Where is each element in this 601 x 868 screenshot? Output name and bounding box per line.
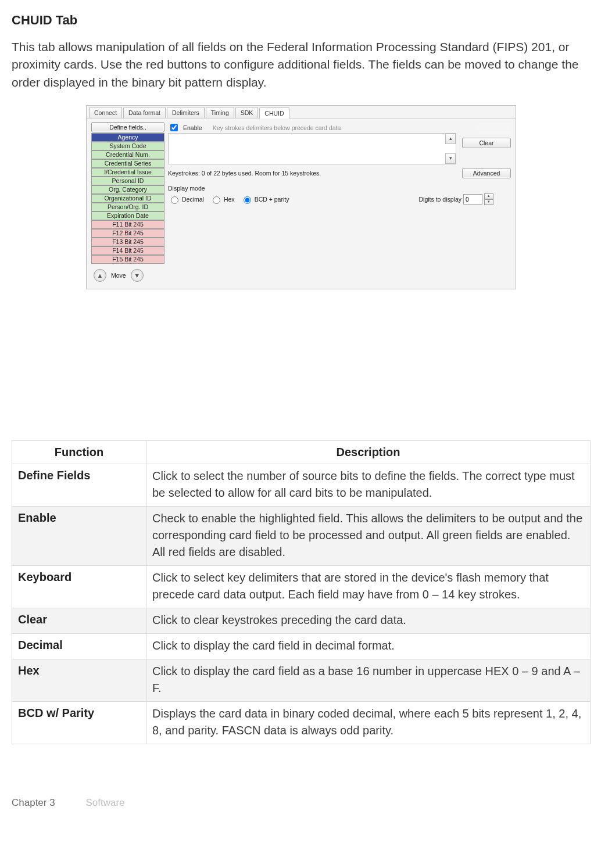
table-row: ClearClick to clear keystrokes preceding… (12, 608, 591, 634)
field-f15-bit-245[interactable]: F15 Bit 245 (91, 255, 164, 264)
field-system-code[interactable]: System Code (91, 142, 164, 150)
tab-delimiters[interactable]: Delimiters (167, 107, 205, 118)
field-person-org-id[interactable]: Person/Org. ID (91, 203, 164, 211)
tab-timing[interactable]: Timing (206, 107, 234, 118)
description-cell: Click to display the card field as a bas… (146, 659, 591, 702)
tab-strip: ConnectData formatDelimitersTimingSDKCHU… (87, 106, 516, 118)
function-cell: Decimal (12, 634, 146, 659)
field-org-category[interactable]: Org. Category (91, 185, 164, 194)
table-row: DecimalClick to display the card field i… (12, 634, 591, 659)
field-credential-num-[interactable]: Credential Num. (91, 150, 164, 159)
keystroke-info: Keystrokes: 0 of 22 bytes used. Room for… (168, 169, 456, 177)
delimiter-textarea[interactable]: ▴ ▾ (168, 133, 456, 164)
field-agency[interactable]: Agency (91, 133, 164, 142)
function-cell: Enable (12, 507, 146, 566)
spin-up-icon[interactable]: ▴ (484, 193, 493, 199)
table-row: KeyboardClick to select key delimiters t… (12, 566, 591, 608)
field-personal-id[interactable]: Personal ID (91, 177, 164, 185)
radio-hex[interactable]: Hex (210, 195, 235, 204)
move-down-button[interactable]: ▼ (131, 269, 144, 282)
display-mode-label: Display mode (168, 184, 511, 192)
field-f14-bit-245[interactable]: F14 Bit 245 (91, 246, 164, 255)
field-f13-bit-245[interactable]: F13 Bit 245 (91, 238, 164, 246)
screenshot-panel: ConnectData formatDelimitersTimingSDKCHU… (86, 105, 516, 289)
radio-bcd[interactable]: BCD + parity (241, 195, 289, 204)
page-title: CHUID Tab (12, 12, 591, 29)
scroll-down-icon[interactable]: ▾ (445, 153, 456, 164)
tab-data-format[interactable]: Data format (123, 107, 166, 118)
move-up-button[interactable]: ▲ (94, 269, 106, 282)
scroll-up-icon[interactable]: ▴ (445, 134, 456, 144)
enable-label: Enable (183, 124, 202, 132)
tab-sdk[interactable]: SDK (235, 107, 259, 118)
field-f11-bit-245[interactable]: F11 Bit 245 (91, 220, 164, 229)
enable-checkbox[interactable] (170, 124, 178, 131)
radio-decimal[interactable]: Decimal (168, 195, 204, 204)
table-header-row: Function Description (12, 441, 591, 464)
define-fields-button[interactable]: Define fields.. (91, 122, 164, 132)
digits-input[interactable] (463, 194, 482, 205)
description-cell: Click to select the number of source bit… (146, 464, 591, 507)
field-credential-series[interactable]: Credential Series (91, 159, 164, 168)
description-cell: Click to select key delimiters that are … (146, 566, 591, 608)
table-row: BCD w/ ParityDisplays the card data in b… (12, 702, 591, 744)
function-cell: BCD w/ Parity (12, 702, 146, 744)
spin-down-icon[interactable]: ▾ (484, 199, 493, 205)
clear-button[interactable]: Clear (462, 138, 511, 148)
description-cell: Check to enable the highlighted field. T… (146, 507, 591, 566)
field-f12-bit-245[interactable]: F12 Bit 245 (91, 229, 164, 238)
digits-label: Digits to display (418, 195, 462, 203)
description-header: Description (146, 441, 591, 464)
table-row: HexClick to display the card field as a … (12, 659, 591, 702)
delimiter-hint: Key strokes delimiters below precede car… (213, 124, 341, 132)
field-organizational-id[interactable]: Organizational ID (91, 194, 164, 203)
description-cell: Displays the card data in binary coded d… (146, 702, 591, 744)
move-label: Move (111, 271, 126, 279)
page-footer: Chapter 3 Software (12, 797, 591, 810)
description-cell: Click to display the card field in decim… (146, 634, 591, 659)
function-header: Function (12, 441, 146, 464)
tab-chuid[interactable]: CHUID (259, 107, 289, 119)
table-row: Define FieldsClick to select the number … (12, 464, 591, 507)
field-expiration-date[interactable]: Expiration Date (91, 211, 164, 220)
function-cell: Hex (12, 659, 146, 702)
function-cell: Define Fields (12, 464, 146, 507)
tab-connect[interactable]: Connect (89, 107, 122, 118)
intro-paragraph: This tab allows manipulation of all fiel… (12, 38, 591, 91)
function-table: Function Description Define FieldsClick … (12, 440, 591, 744)
footer-chapter: Chapter 3 (12, 797, 55, 808)
function-cell: Clear (12, 608, 146, 634)
function-cell: Keyboard (12, 566, 146, 608)
table-row: EnableCheck to enable the highlighted fi… (12, 507, 591, 566)
field-i-credential-issue[interactable]: I/Credential Issue (91, 168, 164, 177)
keyboard-button[interactable] (477, 122, 511, 134)
footer-section: Software (85, 797, 124, 808)
description-cell: Click to clear keystrokes preceding the … (146, 608, 591, 634)
advanced-button[interactable]: Advanced (462, 168, 511, 178)
